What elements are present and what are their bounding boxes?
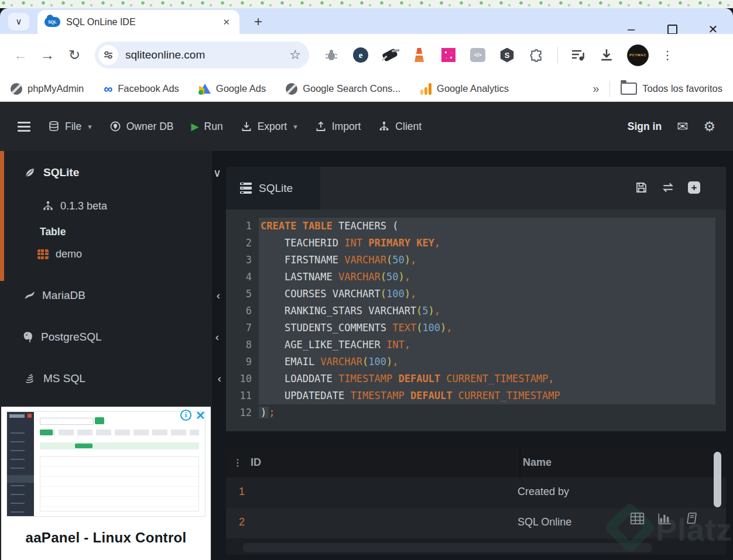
code-line[interactable]: 2 TEACHERID INT PRIMARY KEY,	[226, 235, 726, 252]
code-text: AGE_LIKE_TEACHER INT,	[259, 336, 715, 353]
bookmark-google-analytics[interactable]: Google Analytics	[420, 83, 509, 95]
add-tab-icon[interactable]: +	[688, 181, 700, 194]
owner-db-button[interactable]: Owner DB	[109, 121, 174, 133]
edge-devtools-extension-icon[interactable]: e	[352, 47, 369, 63]
code-line[interactable]: 9 EMAIL VARCHAR(100),	[226, 353, 726, 370]
results-header-row: ⋮ ID Name	[226, 449, 726, 477]
code-tag-extension-icon[interactable]: </>	[470, 47, 486, 63]
sign-in-button[interactable]: Sign in	[628, 121, 662, 133]
code-line[interactable]: 1CREATE TABLE TEACHERS (	[226, 218, 726, 235]
client-nodes-icon	[378, 121, 390, 132]
code-line[interactable]: 3 FIRSTNAME VARCHAR(50),	[226, 252, 726, 269]
chevron-down-icon[interactable]: ∨	[213, 166, 221, 180]
address-bar[interactable]: sqliteonline.com ☆	[95, 42, 309, 68]
app-toolbar: File ▾ Owner DB ▶ Run Export ▾ Import	[0, 102, 733, 151]
tab-search-button[interactable]: ∨	[8, 13, 29, 30]
bookmarks-separator	[609, 81, 610, 97]
line-number: 8	[226, 336, 259, 353]
tab-close-icon[interactable]: ✕	[220, 16, 232, 29]
bookmark-google-ads[interactable]: Google Ads	[199, 83, 266, 94]
site-settings-icon[interactable]	[98, 45, 118, 65]
grid-view-icon[interactable]	[630, 512, 645, 525]
sidebar-item-demo-table[interactable]: demo ‹	[0, 243, 249, 264]
import-button[interactable]: Import	[315, 121, 361, 133]
chevron-left-icon[interactable]: ‹	[217, 289, 220, 302]
chevron-left-icon[interactable]: ‹	[218, 372, 221, 385]
ad-screenshot-content	[34, 412, 205, 516]
column-header-name[interactable]: Name	[523, 456, 552, 469]
swiss-knife-extension-icon[interactable]	[382, 47, 398, 63]
code-line[interactable]: 5 COURSES VARCHART(100),	[226, 286, 726, 303]
menu-hamburger-button[interactable]	[18, 122, 30, 132]
code-line[interactable]: 7 STUDENTS_COMMENTS TEXT(100),	[226, 319, 726, 336]
code-text: LOADDATE TIMESTAMP DEFAULT CURRENT_TIMES…	[259, 370, 715, 387]
cell-id: 2	[239, 516, 245, 528]
url-text[interactable]: sqliteonline.com	[125, 49, 289, 61]
bookmarks-overflow-chevron[interactable]: »	[592, 82, 599, 95]
envelope-icon[interactable]: ✉	[677, 119, 688, 135]
ad-close-icon[interactable]: ✕	[196, 408, 205, 422]
sidebar-item-mssql[interactable]: MS SQL ‹	[0, 367, 235, 390]
gear-icon[interactable]: ⚙	[703, 119, 715, 135]
sidebar-item-postgresql[interactable]: PostgreSQL ‹	[0, 326, 233, 348]
horizontal-scrollbar[interactable]	[242, 543, 652, 552]
line-number: 11	[226, 387, 259, 404]
back-button[interactable]: ←	[7, 47, 34, 63]
code-line[interactable]: 12);	[226, 404, 726, 421]
globe-icon	[11, 83, 22, 95]
drag-handle-icon[interactable]: ⋮	[233, 457, 242, 469]
reload-button[interactable]: ↻	[61, 47, 88, 63]
bug-extension-icon[interactable]	[323, 47, 340, 63]
sidebar-item-version[interactable]: 0.1.3 beta	[0, 195, 254, 217]
client-button[interactable]: Client	[378, 121, 422, 133]
new-tab-button[interactable]: +	[249, 13, 267, 30]
code-line[interactable]: 6 RANKING_STARS VARCHART(5),	[226, 303, 726, 319]
ad-info-icon[interactable]: i	[180, 410, 191, 421]
line-number: 12	[226, 404, 259, 421]
bookmark-facebook-ads[interactable]: ∞ Facebook Ads	[104, 83, 179, 95]
code-text: RANKING_STARS VARCHART(5),	[259, 303, 715, 319]
chevron-left-icon[interactable]: ‹	[215, 331, 219, 343]
server-list-icon	[240, 183, 252, 194]
browser-tab[interactable]: SQL SQL OnLine IDE ✕	[37, 10, 239, 34]
save-icon[interactable]	[635, 181, 648, 194]
pink-grid-extension-icon[interactable]	[440, 47, 457, 63]
caret-down-icon: ▾	[293, 122, 297, 131]
browser-menu-icon[interactable]: ⋮	[662, 48, 673, 62]
file-menu[interactable]: File ▾	[48, 121, 92, 133]
log-book-view-icon[interactable]	[685, 511, 698, 525]
bar-chart-view-icon[interactable]	[657, 512, 672, 525]
code-line[interactable]: 10 LOADDATE TIMESTAMP DEFAULT CURRENT_TI…	[226, 370, 726, 387]
column-divider[interactable]	[519, 449, 520, 477]
code-editor[interactable]: 1CREATE TABLE TEACHERS (2 TEACHERID INT …	[226, 209, 726, 431]
downloads-icon[interactable]	[599, 47, 614, 63]
export-menu[interactable]: Export ▾	[241, 121, 297, 133]
extensions-puzzle-icon[interactable]	[528, 47, 544, 63]
table-grid-icon	[37, 249, 49, 259]
code-line[interactable]: 11 UPDATEDATE TIMESTAMP DEFAULT CURRENT_…	[226, 387, 726, 404]
line-number: 4	[226, 269, 259, 286]
ad-screenshot-sidebar	[7, 412, 34, 516]
code-text: );	[259, 404, 715, 421]
column-header-id[interactable]: ID	[251, 456, 261, 469]
code-lines: 1CREATE TABLE TEACHERS (2 TEACHERID INT …	[226, 218, 726, 421]
editor-tab-sqlite[interactable]: SQLite	[226, 167, 320, 209]
lighthouse-extension-icon[interactable]	[411, 47, 427, 63]
code-line[interactable]: 8 AGE_LIKE_TEACHER INT,	[226, 336, 726, 353]
code-line[interactable]: 4 LASTNAME VARCHAR(50),	[226, 269, 726, 286]
favorites-folder[interactable]: Todos los favoritos	[621, 83, 722, 95]
line-number: 7	[226, 319, 259, 336]
refresh-swap-icon[interactable]	[661, 181, 675, 194]
maximize-icon	[667, 25, 677, 35]
s-hexagon-extension-icon[interactable]: S	[499, 47, 515, 63]
bookmark-star-icon[interactable]: ☆	[289, 47, 301, 63]
forward-button[interactable]: →	[34, 47, 61, 63]
bookmark-google-search-console[interactable]: Google Search Cons...	[286, 83, 400, 95]
sidebar-item-sqlite[interactable]: SQLite ∨	[0, 162, 235, 184]
sidebar-item-mariadb[interactable]: MariaDB ‹	[0, 284, 234, 307]
run-button[interactable]: ▶ Run	[191, 121, 222, 133]
bookmark-phpmyadmin[interactable]: phpMyAdmin	[11, 83, 84, 95]
profile-avatar[interactable]: PCYMAC	[627, 44, 649, 66]
playlist-music-icon[interactable]	[571, 48, 586, 62]
ad-title[interactable]: aaPanel - Linux Control	[1, 530, 211, 546]
